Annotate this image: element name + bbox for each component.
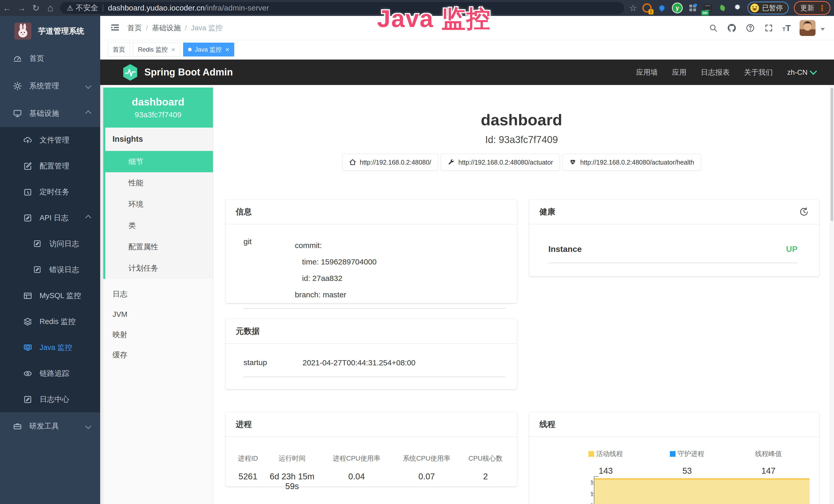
sba-sidebar-item-environment[interactable]: 环境 (105, 193, 213, 215)
browser-update-button[interactable]: 更新 (794, 1, 830, 15)
git-time-line: time: 1596289704000 (295, 254, 505, 270)
extension-grid-icon[interactable] (688, 3, 698, 13)
sidebar-item-java-monitor[interactable]: Java 监控 (0, 335, 100, 361)
avatar-caret-icon[interactable] (821, 28, 825, 30)
sidebar-item-log-center[interactable]: 日志中心 (0, 386, 100, 412)
cloud-upload-icon (23, 136, 32, 145)
health-url-button[interactable]: http://192.168.0.2:48080/actuator/health (563, 154, 701, 171)
tab-java-monitor[interactable]: Java 监控 (183, 43, 234, 56)
chevron-down-icon (85, 83, 91, 89)
tab-redis-monitor[interactable]: Redis 监控 (133, 43, 180, 56)
close-icon[interactable] (171, 46, 175, 54)
sba-sidebar-item-config-props[interactable]: 配置属性 (105, 236, 213, 257)
sidebar-item-label: MySQL 监控 (40, 291, 81, 301)
sba-brand-name: Spring Boot Admin (144, 67, 233, 78)
sba-brand[interactable]: Spring Boot Admin (122, 64, 233, 81)
browser-back-icon[interactable] (0, 2, 14, 14)
browser-forward-icon[interactable] (14, 2, 29, 14)
process-val-sys-cpu: 0.07 (392, 472, 462, 491)
legend-live-value: 143 (565, 466, 646, 476)
iframe-scrollbar-thumb[interactable] (831, 88, 833, 221)
sba-sidebar-item-mappings[interactable]: 映射 (103, 324, 213, 345)
threads-card-title: 线程 (540, 419, 555, 430)
tab-home[interactable]: 首页 (108, 43, 130, 56)
user-avatar[interactable] (799, 20, 815, 36)
emoji-avatar-icon (750, 4, 759, 12)
sidebar-item-label: 定时任务 (40, 187, 69, 197)
sidebar-item-tracing[interactable]: 链路追踪 (0, 361, 100, 386)
github-icon[interactable] (727, 23, 737, 33)
close-icon[interactable] (225, 46, 229, 54)
sidebar-item-label: Java 监控 (40, 343, 72, 353)
hamburger-icon[interactable] (110, 22, 120, 33)
sba-instance-sidebar: dashboard 93a3fc7f7409 Insights 细节 性能 环境… (103, 85, 213, 504)
sba-sidebar-item-scheduled-tasks[interactable]: 计划任务 (105, 257, 213, 279)
locale-selector[interactable]: zh-CN (787, 68, 816, 76)
sidebar-item-file-mgmt[interactable]: 文件管理 (0, 127, 100, 153)
sidebar-item-config-mgmt[interactable]: 配置管理 (0, 153, 100, 179)
breadcrumb-home[interactable]: 首页 (127, 23, 142, 33)
address-bar[interactable]: 不安全 dashboard.yudao.iocoder.cn /infra/ad… (60, 2, 624, 14)
update-label: 更新 (800, 3, 814, 13)
address-divider (103, 4, 103, 12)
sidebar-item-label: Redis 监控 (40, 317, 75, 327)
instance-name: dashboard (132, 96, 184, 108)
search-icon[interactable] (708, 23, 718, 33)
sba-sidebar-item-metrics[interactable]: 性能 (105, 172, 213, 193)
sidebar-item-home[interactable]: 首页 (0, 45, 100, 72)
sidebar-item-redis-monitor[interactable]: Redis 监控 (0, 308, 100, 335)
browser-menu-kebab-icon[interactable] (818, 4, 826, 13)
font-size-icon[interactable]: TT (782, 24, 791, 32)
browser-home-icon[interactable] (43, 2, 58, 14)
chevron-down-icon (810, 68, 817, 75)
extension-y-icon[interactable]: y (672, 3, 683, 13)
sidebar-item-system[interactable]: 系统管理 (0, 72, 100, 100)
sba-nav-wall[interactable]: 应用墙 (636, 68, 658, 77)
help-icon[interactable] (745, 23, 755, 33)
sba-nav-journal[interactable]: 日志报表 (701, 68, 730, 77)
process-col-pid: 进程ID (233, 454, 263, 463)
service-url-button[interactable]: http://192.168.0.2:48080/ (342, 154, 438, 171)
extension-leaf-icon[interactable] (718, 3, 727, 13)
sba-navbar: Spring Boot Admin 应用墙 应用 日志报表 关于我们 zh-CN (100, 60, 834, 85)
extension-on-icon[interactable]: on (703, 3, 712, 13)
metadata-card-title: 元数据 (236, 326, 260, 337)
sba-sidebar-item-caches[interactable]: 缓存 (103, 345, 213, 365)
app-sidebar: 芋道管理系统 首页 系统管理 基础设施 文件管理 配置管理 (0, 16, 100, 504)
sidebar-item-scheduled-jobs[interactable]: 定时任务 (0, 179, 100, 205)
fullscreen-icon[interactable] (764, 23, 774, 33)
browser-reload-icon[interactable] (29, 2, 43, 14)
sidebar-item-error-logs[interactable]: 错误日志 (0, 257, 100, 283)
sidebar-item-label: 首页 (29, 53, 44, 64)
sidebar-item-mysql-monitor[interactable]: MySQL 监控 (0, 283, 100, 308)
sba-nav-applications[interactable]: 应用 (672, 68, 686, 77)
bookmark-star-icon[interactable] (629, 3, 637, 13)
url-path: /infra/admin-server (205, 4, 269, 12)
instance-header[interactable]: dashboard 93a3fc7f7409 (103, 88, 213, 128)
extensions-puzzle-icon[interactable] (732, 3, 742, 13)
extension-pin-icon[interactable] (657, 3, 667, 13)
sidebar-item-access-logs[interactable]: 访问日志 (0, 231, 100, 257)
sidebar-item-dev-tools[interactable]: 研发工具 (0, 412, 100, 440)
legend-peak-value: 147 (728, 466, 809, 476)
info-row-label: git (243, 237, 295, 303)
sidebar-item-api-logs[interactable]: API 日志 (0, 205, 100, 231)
sidebar-item-infra[interactable]: 基础设施 (0, 100, 100, 127)
heartbeat-icon (569, 159, 577, 166)
actuator-url: http://192.168.0.2:48080/actuator (459, 159, 553, 166)
actuator-url-button[interactable]: http://192.168.0.2:48080/actuator (441, 154, 560, 171)
profile-paused-chip[interactable]: 已暂停 (747, 2, 789, 15)
sba-sidebar-item-classes[interactable]: 类 (105, 215, 213, 236)
sidebar-item-label: 研发工具 (29, 421, 59, 431)
history-icon[interactable] (799, 207, 809, 217)
sba-sidebar-item-logs[interactable]: 日志 (103, 284, 213, 304)
sba-nav-about[interactable]: 关于我们 (744, 68, 773, 77)
breadcrumb-infra[interactable]: 基础设施 (152, 23, 181, 33)
legend-daemon-value: 53 (646, 466, 728, 476)
paused-label: 已暂停 (762, 3, 783, 13)
sba-sidebar-item-details[interactable]: 细节 (105, 151, 213, 172)
legend-live-swatch (589, 451, 594, 457)
extension-refresh-icon[interactable]: 1 (642, 3, 652, 13)
app-logo-row[interactable]: 芋道管理系统 (0, 16, 100, 46)
sba-sidebar-item-jvm[interactable]: JVM (103, 304, 213, 324)
